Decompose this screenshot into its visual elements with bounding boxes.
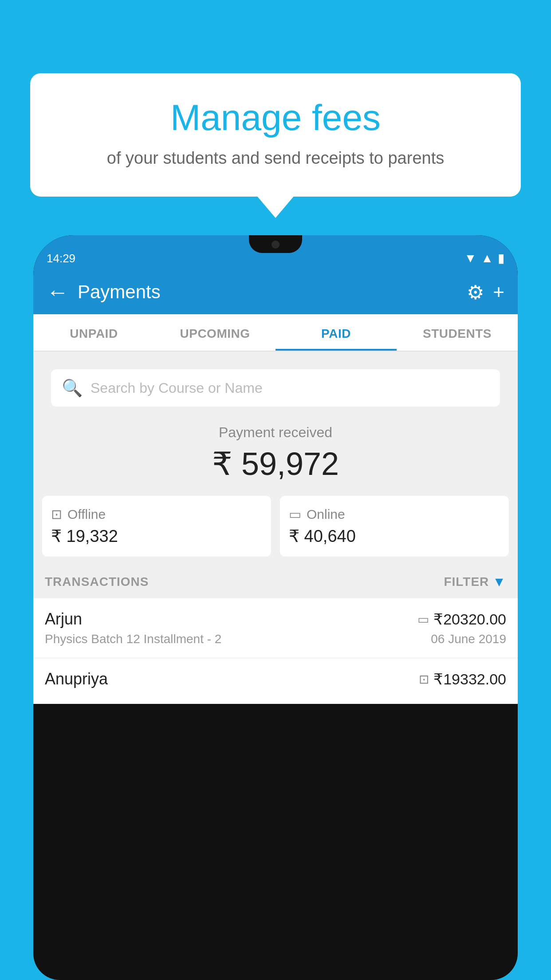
transaction-item-arjun[interactable]: Arjun ▭ ₹20320.00 Physics Batch 12 Insta… [33, 598, 518, 658]
speech-bubble: Manage fees of your students and send re… [30, 73, 521, 197]
back-button[interactable]: ← [47, 279, 69, 305]
online-card-header: ▭ Online [289, 506, 500, 522]
transactions-label: TRANSACTIONS [45, 575, 149, 589]
online-label: Online [307, 507, 345, 522]
bubble-title: Manage fees [57, 98, 494, 138]
app-bar-title: Payments [78, 281, 467, 303]
phone-top: 14:29 ▼ ▲ ▮ [33, 235, 518, 270]
offline-card: ⊡ Offline ₹ 19,332 [42, 496, 271, 557]
search-placeholder: Search by Course or Name [91, 380, 263, 396]
status-bar: 14:29 ▼ ▲ ▮ [33, 235, 518, 270]
payment-received-section: Payment received ₹ 59,972 [33, 407, 518, 496]
battery-icon: ▮ [498, 251, 504, 265]
transaction-amount-2: ⊡ ₹19332.00 [419, 670, 506, 688]
offline-label: Offline [67, 507, 106, 522]
tab-upcoming[interactable]: UPCOMING [154, 314, 276, 351]
search-icon: 🔍 [62, 378, 83, 398]
transaction-name: Arjun [45, 610, 82, 628]
app-bar-actions: ⚙ + [467, 281, 504, 304]
transaction-row1: Arjun ▭ ₹20320.00 [45, 610, 506, 628]
offline-card-header: ⊡ Offline [51, 506, 262, 522]
transaction-name-2: Anupriya [45, 670, 108, 688]
tab-paid[interactable]: PAID [276, 314, 397, 351]
search-container: 🔍 Search by Course or Name [33, 352, 518, 407]
bubble-subtitle: of your students and send receipts to pa… [57, 146, 494, 170]
app-bar: ← Payments ⚙ + [33, 270, 518, 314]
wifi-icon: ▼ [464, 251, 477, 265]
tab-students[interactable]: STUDENTS [397, 314, 518, 351]
payment-received-label: Payment received [42, 424, 509, 441]
tabs-container: UNPAID UPCOMING PAID STUDENTS [33, 314, 518, 352]
payment-total-amount: ₹ 59,972 [42, 445, 509, 482]
add-button[interactable]: + [493, 281, 504, 303]
card-payment-icon: ▭ [417, 612, 429, 627]
payment-cards: ⊡ Offline ₹ 19,332 ▭ Online ₹ 40,640 [33, 496, 518, 565]
settings-button[interactable]: ⚙ [467, 281, 484, 304]
offline-amount: ₹ 19,332 [51, 526, 262, 546]
transaction-amount-value-2: ₹19332.00 [433, 670, 506, 688]
status-icons: ▼ ▲ ▮ [464, 251, 504, 265]
transaction-row2: Physics Batch 12 Installment - 2 06 June… [45, 632, 506, 646]
online-amount: ₹ 40,640 [289, 526, 500, 546]
transaction-item-anupriya[interactable]: Anupriya ⊡ ₹19332.00 [33, 658, 518, 704]
transaction-date: 06 June 2019 [431, 632, 506, 646]
filter-button[interactable]: FILTER ▼ [444, 574, 506, 589]
transaction-amount-value: ₹20320.00 [433, 610, 506, 628]
phone-frame: 14:29 ▼ ▲ ▮ ← Payments ⚙ + UNPAID UPCOMI… [33, 235, 518, 980]
tab-unpaid[interactable]: UNPAID [33, 314, 154, 351]
search-bar[interactable]: 🔍 Search by Course or Name [51, 369, 500, 407]
phone-screen-content: 🔍 Search by Course or Name Payment recei… [33, 352, 518, 704]
online-icon: ▭ [289, 506, 301, 522]
transaction-row1-2: Anupriya ⊡ ₹19332.00 [45, 670, 506, 688]
transaction-amount: ▭ ₹20320.00 [417, 610, 506, 628]
status-time: 14:29 [47, 252, 75, 265]
online-card: ▭ Online ₹ 40,640 [280, 496, 509, 557]
cash-payment-icon: ⊡ [419, 672, 429, 687]
filter-icon: ▼ [492, 574, 506, 589]
offline-icon: ⊡ [51, 506, 62, 522]
transaction-course: Physics Batch 12 Installment - 2 [45, 632, 221, 646]
filter-label: FILTER [444, 575, 489, 589]
signal-icon: ▲ [481, 251, 493, 265]
transactions-header: TRANSACTIONS FILTER ▼ [33, 565, 518, 598]
